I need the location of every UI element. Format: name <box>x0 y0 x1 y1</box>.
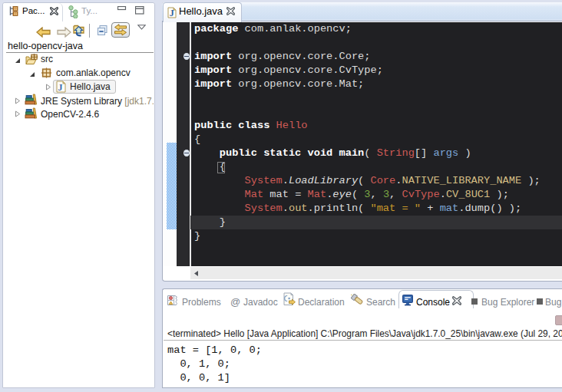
svg-text:J: J <box>58 82 63 93</box>
svg-text:J: J <box>170 8 174 18</box>
